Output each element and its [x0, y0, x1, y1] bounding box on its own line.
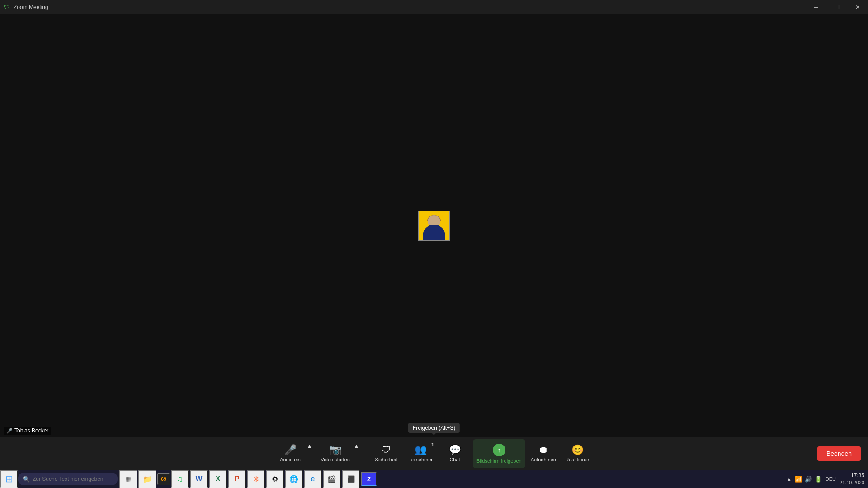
- share-icon-wrapper: ↑: [493, 444, 505, 456]
- participants-count: 1: [431, 442, 434, 447]
- share-screen-button[interactable]: ↑ Bildschirm freigeben: [473, 439, 525, 468]
- search-icon: 🔍: [23, 476, 30, 483]
- participants-label: Teilnehmer: [408, 457, 433, 462]
- audio-button[interactable]: 🎤 Audio ein: [274, 439, 307, 468]
- security-icon: 🛡: [381, 445, 391, 455]
- record-button[interactable]: ⏺ Aufnehmen: [527, 439, 560, 468]
- zoom-taskbar-button[interactable]: Z: [361, 472, 377, 486]
- window-title: Zoom Meeting: [14, 4, 48, 10]
- security-button[interactable]: 🛡 Sicherheit: [370, 439, 402, 468]
- title-bar: 🛡 Zoom Meeting ─ ❐ ✕: [0, 0, 868, 14]
- avatar-body: [423, 225, 445, 240]
- reactions-label: Reaktionen: [565, 457, 590, 462]
- share-icon: ↑: [497, 446, 500, 454]
- excel-button[interactable]: X: [209, 470, 227, 488]
- tray-icons: ▲ 📶 🔊 🔋: [786, 476, 822, 483]
- participant-name: Tobias Becker: [14, 427, 48, 434]
- tray-chevron[interactable]: ▲: [786, 476, 792, 483]
- chat-button[interactable]: 💬 Chat: [439, 439, 471, 468]
- time-display: 17:35: [840, 472, 864, 479]
- camera-icon: 📷: [329, 445, 341, 455]
- mic-icon: 🎤: [284, 445, 297, 455]
- shield-icon: 🛡: [4, 4, 11, 11]
- media-button[interactable]: 🎬: [323, 470, 341, 488]
- battery-icon: 🔋: [815, 476, 822, 483]
- audio-chevron-icon: ▲: [307, 443, 312, 450]
- reactions-icon: 😊: [571, 445, 584, 455]
- chrome-button[interactable]: 🌐: [285, 470, 303, 488]
- taskbar-search[interactable]: 🔍: [18, 473, 118, 485]
- edge-button[interactable]: e: [304, 470, 322, 488]
- avatar-figure: [419, 211, 449, 240]
- chat-icon: 💬: [449, 445, 461, 455]
- video-arrow-button[interactable]: ▲: [354, 439, 362, 468]
- video-chevron-icon: ▲: [354, 443, 359, 450]
- participant-name-label: 🎤 Tobias Becker: [4, 427, 51, 435]
- clock[interactable]: 17:35 21.10.2020: [840, 472, 864, 486]
- audio-label: Audio ein: [280, 457, 301, 462]
- reactions-button[interactable]: 😊 Reaktionen: [561, 439, 594, 468]
- video-button[interactable]: 📷 Video starten: [317, 439, 354, 468]
- record-label: Aufnehmen: [531, 457, 556, 462]
- participants-button[interactable]: 👥 1 Teilnehmer: [404, 439, 437, 468]
- restore-button[interactable]: ❐: [826, 0, 847, 14]
- meeting-toolbar: 🎤 Audio ein ▲ 📷 Video starten ▲ 🛡 Sicher…: [0, 437, 868, 470]
- minimize-button[interactable]: ─: [806, 0, 826, 14]
- video-area: [0, 14, 868, 437]
- record-icon: ⏺: [538, 445, 548, 455]
- audio-btn-group: 🎤 Audio ein ▲: [274, 439, 315, 468]
- participant-video: [418, 211, 450, 241]
- windows-taskbar: ⊞ 🔍 ▦ 📁 69 ♫ W X P ❋ ⚙ 🌐 e 🎬 ⬛ Z ▲ 📶 🔊 🔋…: [0, 470, 868, 488]
- audio-arrow-button[interactable]: ▲: [307, 439, 315, 468]
- close-button[interactable]: ✕: [847, 0, 868, 14]
- task-view-button[interactable]: ▦: [119, 470, 137, 488]
- volume-icon: 🔊: [805, 476, 812, 483]
- extra-app-button[interactable]: ❋: [247, 470, 265, 488]
- taskbar-apps: ▦ 📁 69 ♫ W X P ❋ ⚙ 🌐 e 🎬 ⬛ Z: [118, 470, 377, 488]
- mic-muted-icon: 🎤: [6, 428, 13, 434]
- system-tray: ▲ 📶 🔊 🔋 DEU 17:35 21.10.2020: [786, 472, 868, 486]
- title-bar-left: 🛡 Zoom Meeting: [0, 4, 48, 11]
- end-label: Beenden: [826, 450, 852, 457]
- participants-icon: 👥: [415, 445, 427, 455]
- window-controls: ─ ❐ ✕: [806, 0, 868, 14]
- end-meeting-button[interactable]: Beenden: [817, 446, 861, 461]
- share-label: Bildschirm freigeben: [476, 458, 522, 464]
- powerpoint-button[interactable]: P: [228, 470, 246, 488]
- language-label: DEU: [826, 476, 836, 482]
- word-button[interactable]: W: [190, 470, 208, 488]
- explorer-button[interactable]: 📁: [138, 470, 156, 488]
- video-btn-group: 📷 Video starten ▲: [317, 439, 362, 468]
- video-label: Video starten: [321, 457, 350, 462]
- date-display: 21.10.2020: [840, 479, 864, 486]
- search-input[interactable]: [33, 476, 109, 482]
- security-label: Sicherheit: [375, 457, 397, 462]
- toolbar-divider-1: [366, 445, 366, 463]
- black-app-button[interactable]: ⬛: [342, 470, 360, 488]
- spotify-button[interactable]: ♫: [171, 470, 189, 488]
- settings-button[interactable]: ⚙: [266, 470, 284, 488]
- start-button[interactable]: ⊞: [0, 470, 18, 488]
- network-icon: 📶: [795, 476, 802, 483]
- app-69-button[interactable]: 69: [157, 473, 170, 485]
- chat-label: Chat: [449, 457, 460, 462]
